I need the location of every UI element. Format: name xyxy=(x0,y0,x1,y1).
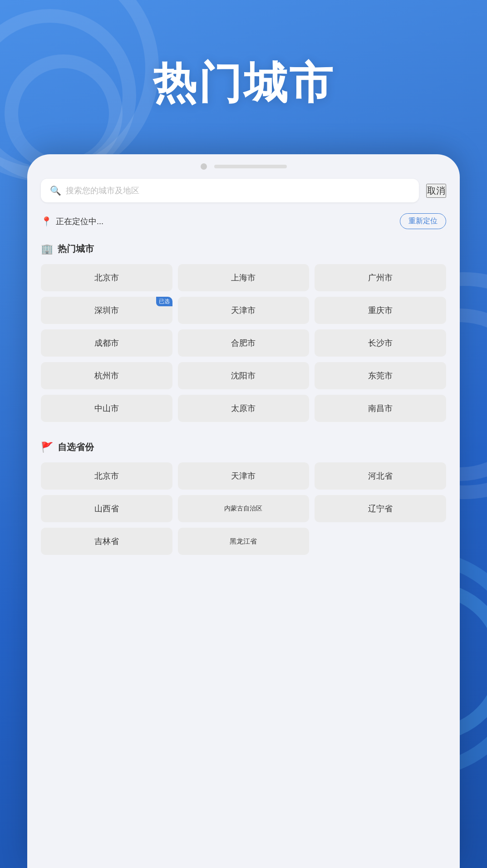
location-pin-icon: 📍 xyxy=(41,216,52,227)
city-zhongshan[interactable]: 中山市 xyxy=(41,395,172,422)
hot-cities-label: 热门城市 xyxy=(58,243,94,255)
location-status-text: 正在定位中... xyxy=(56,216,103,227)
city-shenyang[interactable]: 沈阳市 xyxy=(178,362,310,389)
province-tianjin[interactable]: 天津市 xyxy=(178,462,310,490)
location-status: 📍 正在定位中... xyxy=(41,216,103,227)
selected-badge: 已选 xyxy=(156,297,172,306)
search-area: 🔍 搜索您的城市及地区 取消 xyxy=(27,174,460,210)
search-icon: 🔍 xyxy=(50,185,61,196)
province-hebei[interactable]: 河北省 xyxy=(315,462,446,490)
province-jilin[interactable]: 吉林省 xyxy=(41,528,172,555)
custom-provinces-title: 🚩 自选省份 xyxy=(41,436,446,453)
province-beijing[interactable]: 北京市 xyxy=(41,462,172,490)
city-nanchang[interactable]: 南昌市 xyxy=(315,395,446,422)
hot-cities-title: 🏢 热门城市 xyxy=(41,238,446,255)
city-hefei[interactable]: 合肥市 xyxy=(178,329,310,357)
custom-provinces-section: 🚩 自选省份 北京市 天津市 河北省 山西省 内蒙古自治区 辽宁省 吉林省 黑龙… xyxy=(27,436,460,564)
hot-cities-grid: 北京市 上海市 广州市 深圳市 已选 天津市 重庆市 成都市 合肥市 长沙市 杭… xyxy=(41,264,446,422)
custom-provinces-label: 自选省份 xyxy=(58,441,94,453)
city-tianjin[interactable]: 天津市 xyxy=(178,297,310,324)
location-row: 📍 正在定位中... 重新定位 xyxy=(27,210,460,238)
city-shanghai[interactable]: 上海市 xyxy=(178,264,310,291)
city-guangzhou[interactable]: 广州市 xyxy=(315,264,446,291)
city-taiyuan[interactable]: 太原市 xyxy=(178,395,310,422)
search-placeholder: 搜索您的城市及地区 xyxy=(66,185,139,196)
phone-speaker xyxy=(214,165,287,168)
city-chongqing[interactable]: 重庆市 xyxy=(315,297,446,324)
province-neimenggu[interactable]: 内蒙古自治区 xyxy=(178,495,310,522)
province-heilongjiang[interactable]: 黑龙江省 xyxy=(178,528,310,555)
cancel-button[interactable]: 取消 xyxy=(426,184,446,198)
city-hangzhou[interactable]: 杭州市 xyxy=(41,362,172,389)
relocate-button[interactable]: 重新定位 xyxy=(400,213,446,229)
page-title: 热门城市 xyxy=(0,54,487,113)
city-chengdu[interactable]: 成都市 xyxy=(41,329,172,357)
city-dongguan[interactable]: 东莞市 xyxy=(315,362,446,389)
province-liaoning[interactable]: 辽宁省 xyxy=(315,495,446,522)
search-input-wrapper[interactable]: 🔍 搜索您的城市及地区 xyxy=(41,179,419,202)
phone-mockup: 🔍 搜索您的城市及地区 取消 📍 正在定位中... 重新定位 🏢 热门城市 北京… xyxy=(27,154,460,868)
province-shanxi[interactable]: 山西省 xyxy=(41,495,172,522)
building-icon: 🏢 xyxy=(41,243,53,255)
flag-icon: 🚩 xyxy=(41,441,53,453)
phone-camera xyxy=(201,163,207,170)
city-changsha[interactable]: 长沙市 xyxy=(315,329,446,357)
city-beijing[interactable]: 北京市 xyxy=(41,264,172,291)
phone-status-bar xyxy=(27,154,460,174)
city-shenzhen[interactable]: 深圳市 已选 xyxy=(41,297,172,324)
provinces-grid: 北京市 天津市 河北省 山西省 内蒙古自治区 辽宁省 吉林省 黑龙江省 xyxy=(41,462,446,555)
hot-cities-section: 🏢 热门城市 北京市 上海市 广州市 深圳市 已选 天津市 重庆市 成都市 合肥… xyxy=(27,238,460,431)
